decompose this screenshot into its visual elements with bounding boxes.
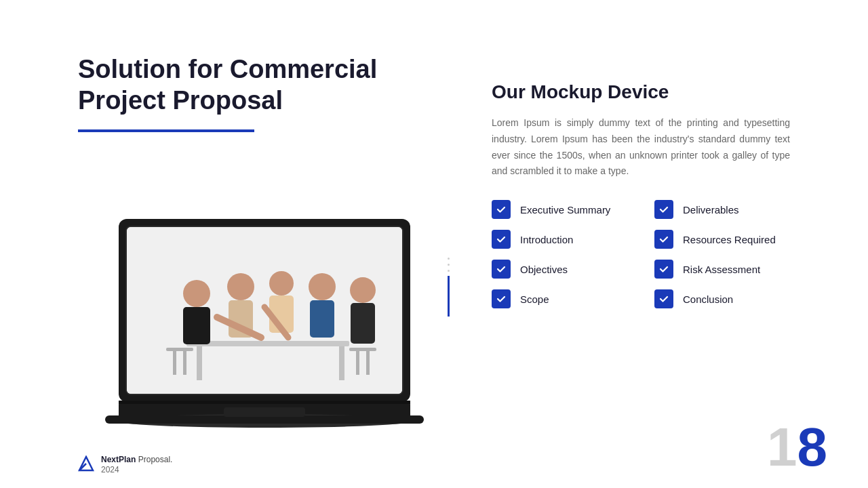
svg-rect-8 xyxy=(173,351,176,375)
svg-point-13 xyxy=(183,280,210,307)
right-section: Our Mockup Device Lorem Ipsum is simply … xyxy=(492,54,790,461)
label-deliverables: Deliverables xyxy=(683,204,739,216)
label-resources: Resources Required xyxy=(683,234,776,245)
footer-logo xyxy=(78,455,94,472)
checkbox-conclusion xyxy=(654,289,673,308)
footer-brand: NextPlan xyxy=(101,455,136,464)
description-text: Lorem Ipsum is simply dummy text of the … xyxy=(492,115,790,180)
checklist-item-introduction: Introduction xyxy=(492,230,627,249)
svg-point-21 xyxy=(350,277,376,303)
checklist-item-executive-summary: Executive Summary xyxy=(492,200,627,219)
section-heading: Our Mockup Device xyxy=(492,81,790,103)
laptop-illustration xyxy=(98,205,431,429)
svg-rect-10 xyxy=(349,348,376,351)
label-conclusion: Conclusion xyxy=(683,293,733,305)
checkbox-resources xyxy=(654,230,673,249)
svg-rect-12 xyxy=(366,351,370,375)
checklist-grid: Executive Summary Introduction xyxy=(492,200,790,308)
checkbox-risk xyxy=(654,260,673,279)
footer-brand-line: NextPlan Proposal. xyxy=(101,453,172,465)
checkbox-executive-summary xyxy=(492,200,511,219)
page-digit-1: 1 xyxy=(767,420,797,474)
laptop-image-container xyxy=(78,173,451,461)
svg-rect-26 xyxy=(119,401,410,404)
svg-rect-6 xyxy=(339,346,344,380)
footer: NextPlan Proposal. 2024 xyxy=(78,453,172,474)
page-number: 1 8 xyxy=(767,420,827,474)
svg-rect-14 xyxy=(183,307,210,344)
page-digit-2: 8 xyxy=(797,420,828,474)
checkbox-objectives xyxy=(492,260,511,279)
checklist-item-scope: Scope xyxy=(492,289,627,308)
left-section: Solution for Commercial Project Proposal xyxy=(78,54,451,461)
checklist-item-objectives: Objectives xyxy=(492,260,627,279)
svg-rect-9 xyxy=(183,351,186,375)
checklist-left-col: Executive Summary Introduction xyxy=(492,200,627,308)
label-risk: Risk Assessment xyxy=(683,264,760,275)
page-title: Solution for Commercial Project Proposal xyxy=(78,54,451,116)
right-section-inner: Our Mockup Device Lorem Ipsum is simply … xyxy=(492,81,790,308)
label-scope: Scope xyxy=(520,293,549,305)
label-introduction: Introduction xyxy=(520,234,573,245)
checkbox-scope xyxy=(492,289,511,308)
svg-point-15 xyxy=(227,273,254,300)
label-executive-summary: Executive Summary xyxy=(520,204,610,216)
label-objectives: Objectives xyxy=(520,264,568,275)
checklist-item-conclusion: Conclusion xyxy=(654,289,790,308)
svg-rect-29 xyxy=(224,407,305,417)
title-area: Solution for Commercial Project Proposal xyxy=(78,54,451,152)
svg-rect-20 xyxy=(310,300,334,338)
checklist-item-deliverables: Deliverables xyxy=(654,200,790,219)
footer-year: 2024 xyxy=(101,465,172,474)
svg-rect-11 xyxy=(356,351,359,375)
brand-logo-icon xyxy=(78,455,94,472)
checkbox-deliverables xyxy=(654,200,673,219)
page-container: Solution for Commercial Project Proposal xyxy=(0,0,868,488)
footer-info: NextPlan Proposal. 2024 xyxy=(101,453,172,474)
svg-point-17 xyxy=(269,271,294,296)
checklist-item-resources: Resources Required xyxy=(654,230,790,249)
svg-rect-5 xyxy=(197,346,202,380)
svg-point-19 xyxy=(309,273,336,300)
title-underline xyxy=(78,129,254,132)
svg-rect-4 xyxy=(186,341,349,346)
checkbox-introduction xyxy=(492,230,511,249)
footer-tagline: Proposal. xyxy=(138,455,173,464)
vertical-divider xyxy=(448,258,450,366)
main-content: Solution for Commercial Project Proposal xyxy=(0,0,868,488)
checklist-right-col: Deliverables Resources Required xyxy=(654,200,790,308)
svg-rect-7 xyxy=(166,348,193,351)
svg-rect-22 xyxy=(351,303,375,344)
checklist-item-risk: Risk Assessment xyxy=(654,260,790,279)
